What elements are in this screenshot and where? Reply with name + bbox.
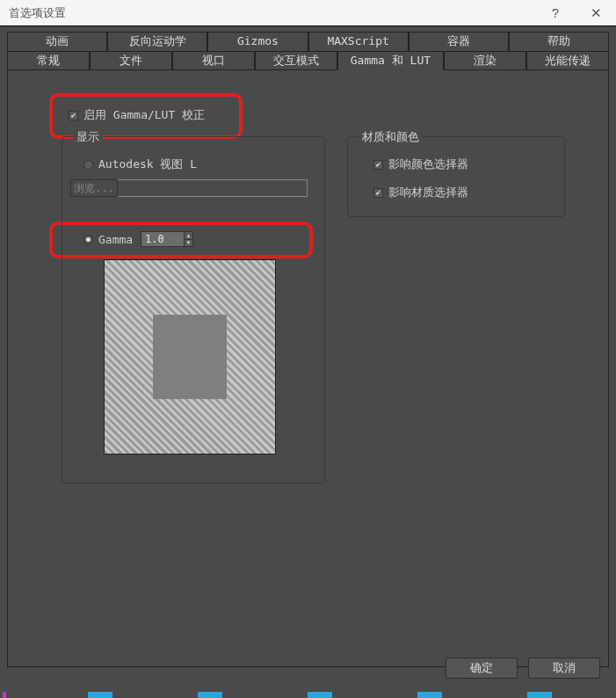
spinner-up-icon[interactable]: ▲ (184, 231, 193, 240)
help-button[interactable]: ? (535, 0, 576, 25)
tab-ik[interactable]: 反向运动学 (107, 32, 207, 51)
gamma-spinner[interactable]: 1.0 ▲ ▼ (141, 231, 193, 247)
tab-container[interactable]: 容器 (409, 32, 509, 51)
footer-buttons: 确定 取消 (446, 658, 600, 679)
browse-field[interactable] (118, 179, 308, 197)
enable-gamma-label: 启用 Gamma/LUT 校正 (83, 107, 205, 123)
radio-gamma-label: Gamma (98, 233, 133, 246)
cancel-button[interactable]: 取消 (528, 658, 600, 679)
enable-gamma-checkbox[interactable]: ✔ 启用 Gamma/LUT 校正 (69, 107, 205, 123)
tab-help[interactable]: 帮助 (509, 32, 609, 51)
radio-autodesk-view[interactable]: Autodesk 视图 L (83, 156, 197, 172)
gamma-preview-swatch (153, 315, 227, 399)
check-icon: ✔ (373, 160, 383, 170)
material-group: 材质和颜色 (347, 136, 565, 217)
check-icon: ✔ (69, 111, 78, 120)
tab-interaction[interactable]: 交互模式 (255, 51, 337, 70)
display-group-label: 显示 (73, 129, 103, 145)
tab-row-2: 常规 文件 视口 交互模式 Gamma 和 LUT 渲染 光能传递 (7, 51, 609, 70)
check-icon: ✔ (373, 188, 383, 198)
browse-row: 浏览... (70, 179, 308, 197)
tab-general[interactable]: 常规 (7, 51, 90, 70)
tab-viewport[interactable]: 视口 (172, 51, 255, 70)
tab-render[interactable]: 渲染 (444, 51, 526, 70)
titlebar: 首选项设置 ? ✕ (0, 0, 616, 26)
tab-files[interactable]: 文件 (90, 51, 172, 70)
gamma-value[interactable]: 1.0 (141, 231, 184, 247)
tab-gamma-lut[interactable]: Gamma 和 LUT (337, 51, 445, 70)
radio-gamma[interactable]: Gamma (83, 233, 133, 246)
material-group-label: 材质和颜色 (359, 129, 423, 145)
radio-icon (83, 160, 93, 170)
radio-icon (83, 235, 93, 244)
tab-radiosity[interactable]: 光能传递 (526, 51, 609, 70)
affect-color-picker-label: 影响颜色选择器 (388, 156, 468, 172)
browse-button[interactable]: 浏览... (70, 179, 118, 197)
tab-maxscript[interactable]: MAXScript (308, 32, 409, 51)
affect-color-picker-checkbox[interactable]: ✔ 影响颜色选择器 (373, 156, 468, 172)
edge-marks (0, 692, 616, 698)
spinner-down-icon[interactable]: ▼ (184, 240, 193, 248)
tab-row-1: 动画 反向运动学 Gizmos MAXScript 容器 帮助 (7, 32, 609, 51)
ok-button[interactable]: 确定 (446, 658, 518, 679)
close-button[interactable]: ✕ (576, 0, 616, 25)
gamma-preview (104, 259, 276, 454)
tab-gizmos[interactable]: Gizmos (207, 32, 308, 51)
tab-animation[interactable]: 动画 (7, 32, 107, 51)
affect-material-picker-label: 影响材质选择器 (388, 185, 468, 200)
window-title: 首选项设置 (9, 5, 66, 21)
affect-material-picker-checkbox[interactable]: ✔ 影响材质选择器 (373, 185, 468, 200)
radio-autodesk-label: Autodesk 视图 L (98, 156, 197, 172)
